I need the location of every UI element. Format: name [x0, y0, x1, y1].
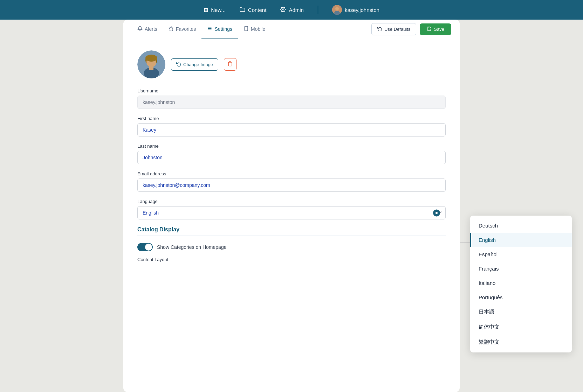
use-defaults-label: Use Defaults [384, 27, 410, 32]
content-layout-label: Content Layout [137, 257, 446, 262]
tab-actions: Use Defaults Save [371, 23, 451, 35]
username-label: Username [137, 88, 446, 93]
change-image-button[interactable]: Change Image [171, 58, 218, 71]
dropdown-connector [460, 242, 471, 243]
user-avatar-icon [332, 5, 342, 15]
nav-new-label: New... [211, 7, 226, 13]
email-group: Email address [137, 171, 446, 192]
lang-option-francais[interactable]: Français [470, 261, 572, 276]
avatar [137, 50, 165, 78]
nav-content[interactable]: Content [240, 7, 267, 13]
nav-admin[interactable]: Admin [280, 7, 304, 13]
svg-point-0 [282, 9, 284, 10]
lang-option-italiano[interactable]: Italiano [470, 276, 572, 290]
firstname-group: First name [137, 116, 446, 136]
tab-bar: Alerts Favorites Settings Mobile [123, 20, 460, 39]
catalog-section: Catalog Display Show Categories on Homep… [137, 226, 446, 262]
change-image-refresh-icon [176, 62, 181, 68]
tab-alerts-label: Alerts [145, 26, 157, 32]
use-defaults-button[interactable]: Use Defaults [371, 23, 416, 35]
tab-favorites-label: Favorites [176, 26, 196, 32]
tab-settings-label: Settings [214, 26, 232, 32]
trash-icon [227, 61, 233, 68]
settings-card: Alerts Favorites Settings Mobile [123, 20, 460, 392]
svg-point-2 [335, 7, 339, 10]
save-button[interactable]: Save [420, 23, 451, 35]
tab-alerts[interactable]: Alerts [132, 20, 163, 39]
lang-option-portugues[interactable]: Português [470, 290, 572, 304]
lang-option-traditional-chinese[interactable]: 繁體中文 [470, 335, 572, 350]
show-categories-toggle[interactable] [137, 243, 153, 251]
svg-marker-4 [169, 26, 173, 30]
folder-icon [240, 7, 245, 13]
catalog-section-title: Catalog Display [137, 226, 446, 233]
lastname-label: Last name [137, 144, 446, 149]
firstname-input[interactable] [137, 123, 446, 136]
nav-divider [318, 6, 318, 14]
tab-mobile[interactable]: Mobile [238, 20, 271, 39]
lang-option-simplified-chinese[interactable]: 简体中文 [470, 320, 572, 335]
change-image-label: Change Image [183, 62, 213, 67]
nav-admin-label: Admin [289, 7, 304, 13]
refresh-icon [377, 26, 382, 32]
lastname-input[interactable] [137, 151, 446, 164]
lang-option-deutsch[interactable]: Deutsch [470, 218, 572, 233]
catalog-divider [137, 236, 446, 236]
main-wrapper: Alerts Favorites Settings Mobile [0, 20, 583, 392]
nav-user-label: kasey.johnston [345, 7, 379, 13]
delete-image-button[interactable] [224, 58, 236, 71]
email-input[interactable] [137, 178, 446, 192]
sliders-icon [207, 26, 212, 32]
language-dot-indicator [433, 209, 440, 216]
lastname-group: Last name [137, 144, 446, 164]
nav-user[interactable]: kasey.johnston [332, 5, 379, 15]
svg-rect-15 [149, 66, 153, 70]
bell-icon [137, 26, 143, 32]
language-input[interactable] [137, 206, 446, 219]
form-area: Change Image Username First name [123, 39, 460, 392]
username-group: Username [137, 88, 446, 109]
nav-new[interactable]: ⊞ New... [204, 7, 226, 13]
lang-option-english[interactable]: English [470, 233, 572, 247]
tab-settings[interactable]: Settings [201, 20, 238, 39]
language-dropdown: Deutsch English Español Français Italian… [470, 216, 572, 352]
save-icon [427, 26, 432, 32]
star-icon [169, 26, 174, 32]
language-input-wrapper [137, 206, 446, 219]
svg-point-13 [145, 55, 157, 62]
show-categories-label: Show Categories on Homepage [157, 244, 226, 250]
email-label: Email address [137, 171, 446, 176]
username-input[interactable] [137, 96, 446, 109]
plus-icon: ⊞ [204, 7, 208, 13]
nav-content-label: Content [248, 7, 267, 13]
tab-favorites[interactable]: Favorites [163, 20, 202, 39]
gear-icon [280, 7, 286, 13]
save-label: Save [434, 27, 444, 32]
lang-option-japanese[interactable]: 日本語 [470, 304, 572, 320]
avatar-section: Change Image [137, 50, 446, 78]
firstname-label: First name [137, 116, 446, 121]
mobile-icon [244, 26, 249, 32]
tab-mobile-label: Mobile [251, 26, 265, 32]
show-categories-row: Show Categories on Homepage [137, 243, 446, 251]
language-group: Language [137, 199, 446, 219]
top-navigation: ⊞ New... Content Admin kasey.johnston [0, 0, 583, 20]
lang-option-espanol[interactable]: Español [470, 247, 572, 261]
language-label: Language [137, 199, 446, 204]
